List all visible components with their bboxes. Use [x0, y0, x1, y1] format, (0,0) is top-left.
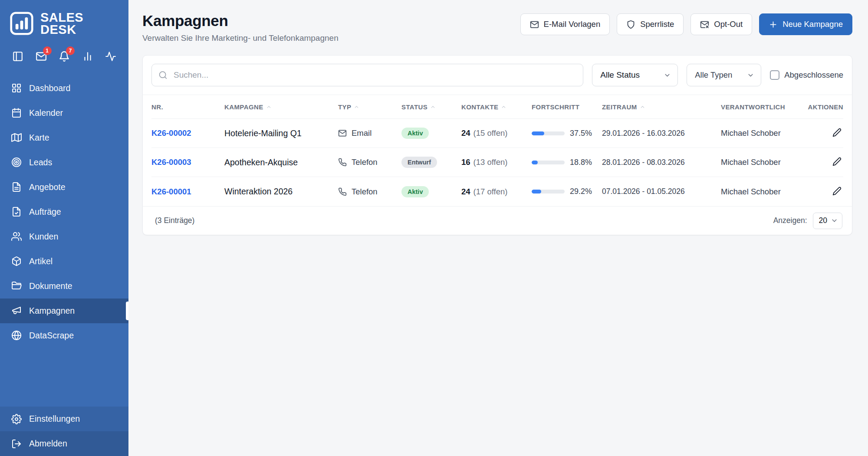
shield-icon: [626, 20, 635, 29]
sidebar-item-dokumente[interactable]: Dokumente: [0, 274, 128, 299]
campaign-type-label: Telefon: [352, 157, 378, 167]
map-icon: [11, 132, 22, 143]
campaign-number-link[interactable]: K26-00002: [151, 128, 191, 138]
messages-button[interactable]: 1: [35, 50, 48, 63]
main-content: Kampagnen Verwalten Sie Ihre Marketing- …: [128, 0, 868, 456]
notification-badge: 7: [66, 46, 75, 55]
completed-checkbox-label: Abgeschlossene: [784, 70, 843, 80]
contacts-count: 24: [461, 128, 470, 138]
campaign-progress-cell: 37.5%: [532, 129, 602, 138]
column-header-kontakte[interactable]: KONTAKTE: [461, 103, 532, 111]
sidebar-item-abmelden[interactable]: Abmelden: [0, 431, 128, 456]
mail-icon: [530, 20, 539, 29]
campaign-period: 07.01.2026 - 01.05.2026: [602, 187, 685, 196]
notifications-button[interactable]: 7: [58, 50, 71, 63]
email-vorlagen-button[interactable]: E-Mail Vorlagen: [520, 13, 610, 35]
sperrliste-button[interactable]: Sperrliste: [617, 13, 684, 35]
campaign-nr-cell: K26-00002: [151, 128, 224, 138]
app-name-line2: DESK: [40, 23, 83, 36]
notification-badge: 1: [43, 46, 52, 55]
sidebar-item-kunden[interactable]: Kunden: [0, 224, 128, 249]
sidebar-item-dashboard[interactable]: Dashboard: [0, 76, 128, 101]
status-badge: Entwurf: [401, 157, 437, 168]
sidebar-item-label: Aufträge: [29, 207, 61, 217]
button-label: E-Mail Vorlagen: [544, 20, 601, 29]
column-label: STATUS: [401, 103, 427, 111]
search-input[interactable]: [151, 64, 583, 86]
campaign-type-label: Telefon: [352, 187, 378, 197]
calendar-icon: [11, 108, 22, 118]
campaign-type-cell: Email: [338, 128, 401, 138]
sidebar-toggle-button[interactable]: [11, 50, 24, 63]
app-name: SALES DESK: [40, 11, 83, 36]
column-label: TYP: [338, 103, 351, 111]
sidebar-item-label: Artikel: [29, 256, 53, 266]
sidebar-item-label: Karte: [29, 133, 49, 143]
header-actions: E-Mail VorlagenSperrlisteOpt-OutNeue Kam…: [520, 13, 852, 35]
column-header-zeitraum[interactable]: ZEITRAUM: [602, 103, 721, 111]
opt-out-button[interactable]: Opt-Out: [690, 13, 752, 35]
table-footer: (3 Einträge) Anzeigen: 20: [143, 206, 852, 235]
neue-kampagne-button[interactable]: Neue Kampagne: [759, 13, 852, 35]
sidebar-item-label: Kalender: [29, 108, 63, 118]
sidebar-item-artikel[interactable]: Artikel: [0, 249, 128, 274]
table-body: K26-00002Hotelerie-Mailing Q1EmailAktiv2…: [151, 119, 843, 206]
column-header-kampagne[interactable]: KAMPAGNE: [224, 103, 338, 111]
campaign-owner: Michael Schober: [721, 187, 781, 196]
edit-campaign-button[interactable]: [831, 155, 843, 169]
table-row: K26-00003Apotheken-AkquiseTelefonEntwurf…: [151, 148, 843, 177]
sidebar-item-kampagnen[interactable]: Kampagnen: [0, 299, 128, 323]
sidebar-item-label: Kampagnen: [29, 306, 75, 316]
stats-button[interactable]: [81, 50, 94, 63]
page-size-select[interactable]: 20: [813, 213, 842, 229]
campaign-period: 29.01.2026 - 16.03.2026: [602, 129, 685, 138]
sidebar-item-einstellungen[interactable]: Einstellungen: [0, 407, 128, 431]
campaign-progress-cell: 18.8%: [532, 158, 602, 167]
users-icon: [11, 231, 22, 242]
campaign-number-link[interactable]: K26-00001: [151, 187, 191, 196]
pencil-icon: [832, 187, 842, 197]
activity-icon: [105, 51, 116, 62]
campaign-status-cell: Aktiv: [401, 186, 461, 197]
sort-asc-icon: [640, 104, 645, 110]
column-header-typ[interactable]: TYP: [338, 103, 401, 111]
activity-button[interactable]: [104, 50, 117, 63]
sidebar-item-label: Dashboard: [29, 83, 70, 93]
page-subtitle: Verwalten Sie Ihre Marketing- und Telefo…: [142, 33, 339, 43]
folder-icon: [11, 281, 22, 291]
column-label: NR.: [151, 103, 163, 111]
campaign-nr-cell: K26-00003: [151, 157, 224, 167]
edit-campaign-button[interactable]: [831, 185, 843, 199]
completed-filter[interactable]: Abgeschlossene: [770, 70, 843, 80]
sidebar-nav: DashboardKalenderKarteLeadsAngeboteAuftr…: [0, 76, 128, 348]
sidebar-item-auftraege[interactable]: Aufträge: [0, 200, 128, 224]
sidebar-item-leads[interactable]: Leads: [0, 150, 128, 175]
globe-icon: [11, 330, 22, 341]
app-logo: SALES DESK: [0, 0, 128, 39]
campaign-nr-cell: K26-00001: [151, 187, 224, 197]
column-header-status[interactable]: STATUS: [401, 103, 461, 111]
campaign-period-cell: 28.01.2026 - 08.03.2026: [602, 158, 721, 167]
status-filter-select[interactable]: Alle Status: [592, 64, 678, 86]
progress-bar: [532, 190, 565, 194]
column-label: ZEITRAUM: [602, 103, 637, 111]
completed-checkbox[interactable]: [770, 70, 779, 80]
progress-bar: [532, 161, 565, 164]
megaphone-icon: [11, 305, 22, 316]
campaign-owner-cell: Michael Schober: [721, 157, 819, 167]
campaign-owner: Michael Schober: [721, 157, 781, 167]
campaign-number-link[interactable]: K26-00003: [151, 157, 191, 167]
campaign-actions-cell: [819, 185, 843, 199]
sidebar-item-label: DataScrape: [29, 331, 74, 341]
campaign-name: Hotelerie-Mailing Q1: [224, 128, 302, 138]
target-icon: [11, 157, 22, 167]
sidebar-item-angebote[interactable]: Angebote: [0, 175, 128, 200]
edit-campaign-button[interactable]: [831, 126, 843, 140]
sidebar-item-datascrape[interactable]: DataScrape: [0, 323, 128, 348]
logo-bars-icon: [10, 11, 34, 36]
sidebar-item-kalender[interactable]: Kalender: [0, 101, 128, 125]
contacts-count: 16: [461, 157, 470, 167]
sidebar-item-karte[interactable]: Karte: [0, 125, 128, 150]
type-filter-select[interactable]: Alle Typen: [687, 64, 761, 86]
sidebar-item-label: Angebote: [29, 182, 66, 192]
